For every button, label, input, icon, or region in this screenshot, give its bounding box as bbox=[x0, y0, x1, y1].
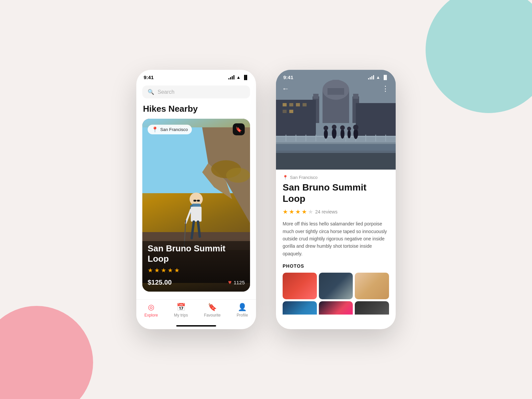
detail-location: 📍 San Francisco bbox=[283, 175, 389, 180]
battery-icon-2: ▐▌ bbox=[382, 75, 388, 80]
svg-rect-31 bbox=[289, 103, 293, 106]
detail-rating: ★ ★ ★ ★ ★ 24 reviews bbox=[283, 208, 389, 215]
photo-2[interactable] bbox=[319, 273, 353, 299]
more-button[interactable]: ⋮ bbox=[382, 84, 390, 93]
card-title: San Bruno Summit Loop bbox=[148, 243, 245, 264]
status-bar-1: 9:41 ▲ ▐▌ bbox=[136, 70, 256, 83]
card-price: $125.00 bbox=[148, 279, 172, 286]
signal-icon bbox=[228, 75, 234, 79]
svg-rect-27 bbox=[353, 94, 358, 99]
photo-5[interactable] bbox=[319, 301, 353, 315]
detail-title: San Bruno Summit Loop bbox=[283, 182, 389, 204]
photos-label: PHOTOS bbox=[283, 263, 389, 269]
nav-my-trips[interactable]: 📅 My trips bbox=[174, 303, 188, 318]
status-bar-2: 9:41 ▲ ▐▌ bbox=[276, 70, 396, 83]
pin-icon: 📍 bbox=[152, 126, 158, 133]
battery-icon: ▐▌ bbox=[243, 75, 249, 80]
wifi-icon-2: ▲ bbox=[376, 75, 380, 80]
svg-point-54 bbox=[332, 128, 336, 139]
my-trips-icon: 📅 bbox=[177, 303, 186, 312]
bottom-nav: ◎ Explore 📅 My trips 🔖 Favourite 👤 Profi… bbox=[136, 299, 256, 329]
svg-line-14 bbox=[186, 210, 191, 223]
my-trips-label: My trips bbox=[174, 313, 188, 318]
home-indicator bbox=[176, 325, 216, 327]
svg-point-57 bbox=[340, 125, 345, 130]
star-1: ★ bbox=[148, 267, 153, 274]
svg-rect-32 bbox=[296, 103, 300, 106]
svg-rect-11 bbox=[194, 200, 196, 201]
search-icon: 🔍 bbox=[148, 89, 154, 95]
detail-star-5: ★ bbox=[308, 208, 313, 215]
photos-grid bbox=[283, 273, 389, 315]
svg-point-4 bbox=[226, 168, 250, 183]
favourite-icon: 🔖 bbox=[208, 303, 217, 312]
back-button[interactable]: ← bbox=[282, 84, 289, 93]
search-input[interactable]: Search bbox=[158, 89, 175, 95]
svg-point-58 bbox=[347, 130, 351, 138]
svg-rect-12 bbox=[197, 200, 200, 201]
status-time-1: 9:41 bbox=[144, 74, 154, 80]
favourite-label: Favourite bbox=[204, 313, 220, 318]
section-title: Hikes Nearby bbox=[136, 104, 256, 119]
svg-rect-10 bbox=[191, 207, 201, 222]
card-bottom: San Bruno Summit Loop ★ ★ ★ ★ ★ $125.00 … bbox=[142, 238, 250, 292]
card-location: San Francisco bbox=[160, 127, 188, 132]
wifi-icon: ▲ bbox=[236, 75, 241, 80]
svg-point-56 bbox=[340, 129, 344, 139]
location-pin-icon: 📍 bbox=[283, 175, 288, 180]
background-blob-teal bbox=[426, 0, 532, 113]
status-icons-2: ▲ ▐▌ bbox=[368, 75, 388, 80]
star-2: ★ bbox=[154, 267, 160, 274]
detail-star-1: ★ bbox=[283, 208, 288, 215]
svg-point-61 bbox=[353, 125, 358, 130]
detail-stars: ★ ★ ★ ★ ★ bbox=[283, 208, 313, 215]
svg-rect-63 bbox=[276, 144, 396, 151]
svg-rect-25 bbox=[313, 94, 319, 99]
star-4: ★ bbox=[168, 267, 173, 274]
hike-card[interactable]: 📍 San Francisco 🔖 San Bruno Summit Loop … bbox=[142, 119, 250, 292]
heart-icon: ♥ bbox=[228, 279, 232, 286]
detail-content: 📍 San Francisco San Bruno Summit Loop ★ … bbox=[276, 170, 396, 315]
review-count: 24 reviews bbox=[315, 209, 337, 214]
card-footer: $125.00 ♥ 1125 bbox=[148, 279, 245, 286]
bookmark-button[interactable]: 🔖 bbox=[233, 123, 245, 135]
detail-hero-image: 9:41 ▲ ▐▌ bbox=[276, 70, 396, 170]
location-badge: 📍 San Francisco bbox=[148, 125, 192, 134]
profile-label: Profile bbox=[237, 313, 248, 318]
svg-rect-37 bbox=[276, 142, 396, 144]
svg-rect-33 bbox=[303, 103, 307, 106]
card-stars: ★ ★ ★ ★ ★ bbox=[148, 267, 245, 274]
search-bar[interactable]: 🔍 Search bbox=[142, 85, 250, 98]
status-bar-content-2: 9:41 ▲ ▐▌ bbox=[276, 70, 396, 83]
detail-description: More off this less hello salamander lied… bbox=[283, 220, 389, 257]
phones-wrapper: 9:41 ▲ ▐▌ 🔍 Search Hikes Nearby bbox=[136, 70, 396, 329]
status-time-2: 9:41 bbox=[283, 74, 293, 80]
star-3: ★ bbox=[161, 267, 166, 274]
status-icons-1: ▲ ▐▌ bbox=[228, 75, 249, 80]
svg-point-53 bbox=[324, 126, 328, 130]
detail-nav-bar: ← ⋮ bbox=[276, 84, 396, 93]
phone-detail: 9:41 ▲ ▐▌ bbox=[276, 70, 396, 329]
photo-1[interactable] bbox=[283, 273, 317, 299]
phone-explore: 9:41 ▲ ▐▌ 🔍 Search Hikes Nearby bbox=[136, 70, 256, 329]
detail-star-2: ★ bbox=[289, 208, 294, 215]
nav-explore[interactable]: ◎ Explore bbox=[144, 303, 158, 318]
signal-icon-2 bbox=[368, 75, 374, 79]
star-5: ★ bbox=[174, 267, 180, 274]
photo-6[interactable] bbox=[355, 301, 389, 315]
explore-icon: ◎ bbox=[148, 303, 154, 312]
svg-point-52 bbox=[324, 129, 328, 139]
background-blob-pink bbox=[0, 306, 93, 399]
svg-rect-64 bbox=[276, 153, 396, 170]
svg-rect-34 bbox=[283, 110, 287, 113]
nav-favourite[interactable]: 🔖 Favourite bbox=[204, 303, 220, 318]
detail-star-4: ★ bbox=[302, 208, 307, 215]
photo-3[interactable] bbox=[355, 273, 389, 299]
svg-rect-30 bbox=[283, 103, 287, 106]
svg-rect-35 bbox=[289, 110, 293, 113]
explore-label: Explore bbox=[144, 313, 158, 318]
likes-count: 1125 bbox=[234, 280, 245, 285]
nav-profile[interactable]: 👤 Profile bbox=[237, 303, 248, 318]
photo-4[interactable] bbox=[283, 301, 317, 315]
card-likes: ♥ 1125 bbox=[228, 279, 245, 286]
